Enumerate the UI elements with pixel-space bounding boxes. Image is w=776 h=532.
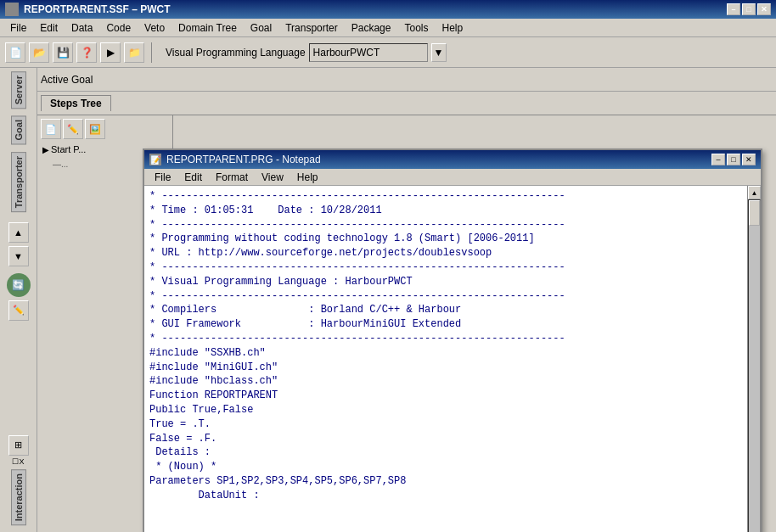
- language-input[interactable]: [309, 43, 428, 62]
- language-dropdown-btn[interactable]: ▼: [431, 43, 447, 62]
- close-button[interactable]: ✕: [757, 3, 771, 15]
- goal-label[interactable]: Goal: [11, 115, 26, 144]
- app-icon: [5, 3, 19, 16]
- notepad-menu-file[interactable]: File: [148, 171, 177, 184]
- menu-data[interactable]: Data: [65, 20, 99, 36]
- notepad-menu-help[interactable]: Help: [290, 171, 325, 184]
- toolbar-sep: [151, 42, 152, 63]
- notepad-menu-bar: File Edit Format View Help: [144, 169, 761, 186]
- title-bar: REPORTPARENT.SSF – PWCT – □ ✕: [0, 0, 776, 19]
- language-label: Visual Programming Language: [166, 47, 306, 59]
- save-button[interactable]: 💾: [53, 42, 73, 63]
- help-button[interactable]: ❓: [76, 42, 97, 63]
- tree-item-label: Start P...: [51, 144, 86, 154]
- notepad-icon: 📝: [149, 154, 161, 165]
- menu-domain-tree[interactable]: Domain Tree: [172, 20, 244, 36]
- active-goal-bar: Active Goal: [37, 68, 776, 92]
- new-button[interactable]: 📄: [5, 42, 25, 63]
- vscroll-thumb[interactable]: [749, 200, 760, 226]
- circle-icon[interactable]: 🔄: [7, 273, 31, 297]
- notepad-menu-view[interactable]: View: [255, 171, 290, 184]
- notepad-minimize-btn[interactable]: –: [711, 154, 725, 165]
- menu-transporter[interactable]: Transporter: [278, 20, 345, 36]
- steps-tree-tab-btn[interactable]: Steps Tree: [41, 95, 111, 111]
- edit-button[interactable]: ✏️: [63, 119, 83, 139]
- up-arrow-button[interactable]: ▲: [8, 222, 29, 243]
- menu-tools[interactable]: Tools: [397, 20, 435, 36]
- steps-tree-tab: Steps Tree: [37, 92, 776, 115]
- x-label: ☐X: [12, 457, 24, 466]
- notepad-vscrollbar: ▲ ▼: [747, 186, 761, 532]
- vscroll-up-btn[interactable]: ▲: [748, 186, 761, 199]
- notepad-content: * --------------------------------------…: [144, 186, 761, 532]
- left-sidebar: Server Goal Transporter ▲ ▼ 🔄 ✏️ ⊞ ☐X In…: [0, 68, 37, 532]
- image-button[interactable]: 🖼️: [85, 119, 105, 139]
- open-button[interactable]: 📂: [29, 42, 49, 63]
- menu-help[interactable]: Help: [435, 20, 470, 36]
- edit-icon-btn[interactable]: ✏️: [8, 300, 29, 321]
- tree-root-item[interactable]: ▶ Start P...: [39, 143, 89, 156]
- menu-bar: File Edit Data Code Veto Domain Tree Goa…: [0, 19, 776, 37]
- notepad-maximize-btn[interactable]: □: [727, 154, 740, 165]
- title-bar-text: REPORTPARENT.SSF – PWCT: [24, 3, 170, 15]
- menu-edit[interactable]: Edit: [33, 20, 65, 36]
- transporter-label[interactable]: Transporter: [11, 152, 26, 212]
- vscroll-track[interactable]: [748, 199, 761, 532]
- down-arrow-button[interactable]: ▼: [8, 246, 29, 266]
- notepad-menu-edit[interactable]: Edit: [177, 171, 209, 184]
- menu-veto[interactable]: Veto: [138, 20, 172, 36]
- menu-file[interactable]: File: [3, 20, 33, 36]
- notepad-menu-format[interactable]: Format: [209, 171, 255, 184]
- notepad-window: 📝 REPORTPARENT.PRG - Notepad – □ ✕ File …: [143, 148, 762, 532]
- toolbar: 📄 📂 💾 ❓ ▶ 📁 Visual Programming Language …: [0, 37, 776, 68]
- menu-code[interactable]: Code: [99, 20, 138, 36]
- title-bar-controls: – □ ✕: [727, 3, 771, 15]
- active-goal-text: Active Goal: [41, 74, 93, 86]
- grid-button[interactable]: ⊞: [8, 435, 29, 456]
- server-label[interactable]: Server: [11, 71, 26, 109]
- maximize-button[interactable]: □: [742, 3, 756, 15]
- notepad-title-controls: – □ ✕: [711, 154, 756, 165]
- notepad-close-btn[interactable]: ✕: [742, 154, 756, 165]
- notepad-text-area[interactable]: * --------------------------------------…: [144, 186, 747, 532]
- minimize-button[interactable]: –: [727, 3, 740, 15]
- main-content: Server Goal Transporter ▲ ▼ 🔄 ✏️ ⊞ ☐X In…: [0, 68, 776, 532]
- notepad-title-text: REPORTPARENT.PRG - Notepad: [166, 154, 321, 165]
- menu-goal[interactable]: Goal: [244, 20, 278, 36]
- interaction-label[interactable]: Interaction: [11, 469, 26, 525]
- tree-child-item[interactable]: —...: [39, 158, 68, 170]
- open2-button[interactable]: 📁: [124, 42, 144, 63]
- run-button[interactable]: ▶: [100, 42, 121, 63]
- menu-package[interactable]: Package: [345, 20, 398, 36]
- new-page-button[interactable]: 📄: [41, 119, 61, 139]
- tree-expand-icon: ▶: [42, 145, 49, 154]
- notepad-title-bar: 📝 REPORTPARENT.PRG - Notepad – □ ✕: [144, 150, 761, 169]
